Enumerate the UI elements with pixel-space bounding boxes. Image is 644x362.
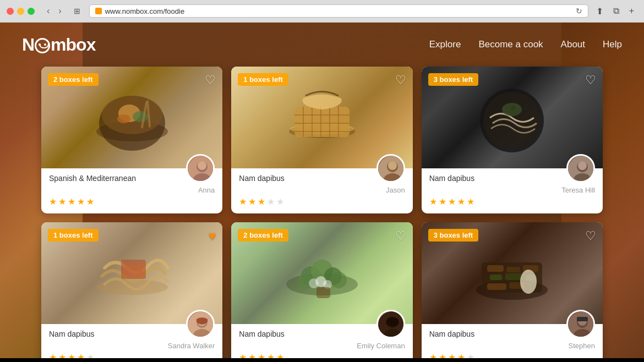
food-grid: 2 boxes left ♡	[19, 67, 625, 358]
favorite-button-2[interactable]: ♡	[395, 73, 406, 87]
food-card-2: 1 boxes left ♡	[231, 67, 412, 213]
svg-point-50	[309, 278, 319, 288]
svg-point-34	[578, 161, 587, 170]
favorite-button-5[interactable]: ♡	[395, 229, 406, 243]
sidebar-toggle-button[interactable]: ⊞	[69, 6, 85, 17]
minimize-window-button[interactable]	[17, 8, 24, 15]
star-6-2: ★	[439, 352, 446, 358]
nav-explore[interactable]: Explore	[429, 39, 461, 50]
svg-point-5	[117, 114, 130, 123]
card-body-4: Nam dapibus Sandra Walker ★ ★ ★ ★ ★	[41, 324, 222, 358]
cook-avatar-5	[376, 310, 405, 338]
star-4-4: ★	[77, 352, 85, 358]
star-4-1: ★	[49, 352, 57, 358]
browser-back-button[interactable]: ‹	[43, 5, 53, 17]
address-bar[interactable]: www.nombox.com/foodie ↻	[89, 4, 588, 18]
star-3-1: ★	[429, 196, 437, 207]
logo-text: N	[22, 35, 34, 54]
site-logo: Nmbox	[22, 35, 95, 55]
food-card-5: 2 boxes left ♡	[231, 222, 412, 358]
svg-point-66	[520, 270, 537, 294]
card-body-5: Nam dapibus Emily Coleman ★ ★ ★ ★ ★	[231, 324, 412, 358]
cook-name-6: Stephen	[429, 342, 595, 350]
star-3-5: ★	[467, 196, 474, 207]
card-body-3: Nam dapibus Teresa Hill ★ ★ ★ ★ ★	[422, 168, 603, 213]
browser-action-buttons: ⬆ ⧉ +	[593, 5, 637, 18]
star-1-5: ★	[86, 196, 94, 207]
star-3-2: ★	[439, 196, 446, 207]
favicon	[95, 8, 102, 14]
cook-name-2: Jason	[239, 186, 405, 194]
cook-avatar-1	[186, 154, 215, 183]
star-5-1: ★	[239, 352, 247, 358]
svg-rect-64	[487, 283, 506, 290]
cook-name-3: Teresa Hill	[429, 186, 595, 194]
boxes-left-badge-2: 1 boxes left	[238, 73, 288, 86]
favorite-button-1[interactable]: ♡	[205, 73, 216, 87]
star-3-4: ★	[457, 196, 465, 207]
card-image-6: 3 boxes left ♡	[422, 222, 603, 324]
cook-avatar-4	[186, 310, 215, 338]
cook-name-1: Anna	[49, 186, 215, 194]
logo-o-icon	[35, 38, 50, 53]
nav-become-cook[interactable]: Become a cook	[478, 39, 543, 50]
page-wrapper: Nmbox Explore Become a cook About Help 2…	[0, 23, 644, 358]
favorite-button-4[interactable]: ♥	[209, 229, 216, 243]
card-body-2: Nam dapibus Jason ★ ★ ★ ★ ★	[231, 168, 412, 213]
url-text: www.nombox.com/foodie	[105, 7, 572, 15]
reload-button[interactable]: ↻	[576, 7, 582, 15]
svg-point-4	[133, 111, 148, 122]
site-header: Nmbox Explore Become a cook About Help	[0, 23, 644, 67]
star-1-1: ★	[49, 196, 57, 207]
nav-help[interactable]: Help	[603, 39, 622, 50]
close-window-button[interactable]	[7, 8, 14, 15]
star-3-3: ★	[448, 196, 456, 207]
browser-titlebar: ‹ › ⊞ www.nombox.com/foodie ↻ ⬆ ⧉ +	[0, 0, 644, 22]
cook-avatar-6	[566, 310, 595, 338]
svg-rect-61	[490, 275, 502, 280]
food-card-3: 3 boxes left ♡	[422, 67, 603, 213]
browser-nav-arrows: ‹ ›	[43, 5, 65, 17]
card-image-2: 1 boxes left ♡	[231, 67, 412, 168]
svg-point-11	[198, 161, 206, 170]
favorite-button-6[interactable]: ♡	[585, 229, 596, 243]
svg-point-30	[511, 106, 515, 110]
star-2-1: ★	[239, 196, 247, 207]
maximize-window-button[interactable]	[28, 8, 35, 15]
svg-rect-62	[505, 273, 522, 280]
stars-2: ★ ★ ★ ★ ★	[239, 196, 405, 207]
star-5-5: ★	[276, 352, 284, 358]
card-image-1: 2 boxes left ♡	[41, 67, 222, 168]
star-1-3: ★	[68, 196, 75, 207]
add-button[interactable]: +	[626, 5, 637, 18]
star-2-2: ★	[248, 196, 256, 207]
boxes-left-badge-4: 1 boxes left	[48, 229, 99, 242]
card-image-5: 2 boxes left ♡	[231, 222, 412, 324]
cook-name-5: Emily Coleman	[239, 342, 405, 350]
food-card-4: 1 boxes left ♥	[41, 222, 222, 358]
share-button[interactable]: ⬆	[593, 5, 607, 18]
star-4-3: ★	[68, 352, 75, 358]
boxes-left-badge-5: 2 boxes left	[238, 229, 288, 242]
star-4-2: ★	[58, 352, 66, 358]
logo-text-2: mbox	[51, 35, 95, 54]
svg-point-26	[388, 161, 397, 170]
star-5-3: ★	[258, 352, 265, 358]
svg-rect-58	[487, 265, 504, 272]
stars-4: ★ ★ ★ ★ ★	[49, 352, 215, 358]
star-6-3: ★	[448, 352, 456, 358]
nav-about[interactable]: About	[561, 39, 585, 50]
boxes-left-badge-6: 3 boxes left	[428, 229, 479, 242]
boxes-left-badge-1: 2 boxes left	[48, 73, 99, 86]
svg-point-47	[330, 272, 347, 288]
star-1-2: ★	[58, 196, 66, 207]
star-6-1: ★	[429, 352, 437, 358]
new-tab-button[interactable]: ⧉	[610, 5, 623, 18]
star-5-2: ★	[248, 352, 256, 358]
cook-avatar-3	[566, 154, 595, 183]
stars-5: ★ ★ ★ ★ ★	[239, 352, 405, 358]
food-card-6: 3 boxes left ♡	[422, 222, 603, 358]
favorite-button-3[interactable]: ♡	[585, 73, 596, 87]
browser-forward-button[interactable]: ›	[55, 5, 64, 17]
star-2-3: ★	[258, 196, 265, 207]
